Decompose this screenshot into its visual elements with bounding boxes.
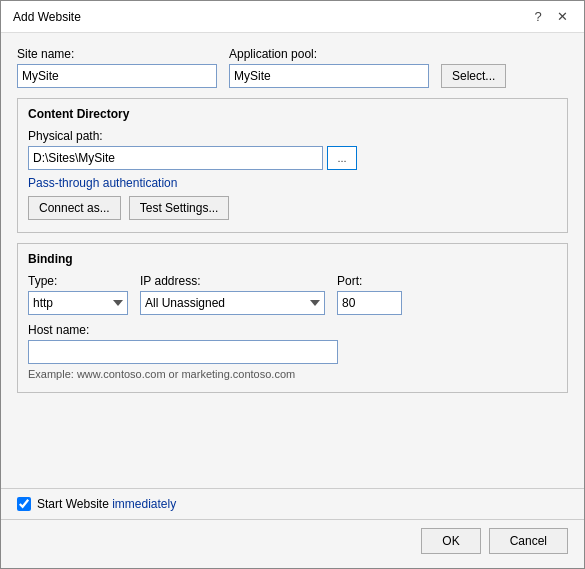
site-name-input[interactable]: [17, 64, 217, 88]
binding-group: Binding Type: http IP address: All Unass…: [17, 243, 568, 393]
physical-path-input[interactable]: [28, 146, 323, 170]
type-dropdown[interactable]: http: [28, 291, 128, 315]
port-field: Port:: [337, 274, 402, 315]
test-settings-button[interactable]: Test Settings...: [129, 196, 230, 220]
content-directory-group: Content Directory Physical path: ... Pas…: [17, 98, 568, 233]
title-bar: Add Website ? ✕: [1, 1, 584, 33]
add-website-dialog: Add Website ? ✕ Site name: Application p…: [0, 0, 585, 569]
start-website-link[interactable]: immediately: [112, 497, 176, 511]
title-bar-controls: ? ✕: [528, 7, 572, 27]
dialog-title: Add Website: [13, 10, 81, 24]
help-button[interactable]: ?: [528, 7, 548, 27]
content-directory-title: Content Directory: [28, 107, 557, 121]
hostname-group: Host name:: [28, 323, 557, 364]
select-app-pool-button[interactable]: Select...: [441, 64, 506, 88]
port-input[interactable]: [337, 291, 402, 315]
auth-buttons-row: Connect as... Test Settings...: [28, 196, 557, 220]
app-pool-input[interactable]: [229, 64, 429, 88]
ip-address-label: IP address:: [140, 274, 325, 288]
app-pool-group: Application pool:: [229, 47, 429, 88]
type-label: Type:: [28, 274, 128, 288]
physical-path-row: ...: [28, 146, 557, 170]
binding-title: Binding: [28, 252, 557, 266]
host-name-label: Host name:: [28, 323, 557, 337]
site-app-row: Site name: Application pool: Select...: [17, 47, 568, 88]
physical-path-label: Physical path:: [28, 129, 557, 143]
ok-button[interactable]: OK: [421, 528, 480, 554]
example-text: Example: www.contoso.com or marketing.co…: [28, 368, 557, 380]
start-website-row: Start Website immediately: [1, 488, 584, 519]
connect-as-button[interactable]: Connect as...: [28, 196, 121, 220]
site-name-group: Site name:: [17, 47, 217, 88]
app-pool-label: Application pool:: [229, 47, 429, 61]
passthrough-label: Pass-through authentication: [28, 176, 557, 190]
start-website-label: Start Website immediately: [37, 497, 176, 511]
dialog-footer: OK Cancel: [1, 519, 584, 568]
port-label: Port:: [337, 274, 402, 288]
start-website-checkbox[interactable]: [17, 497, 31, 511]
physical-path-group: Physical path: ...: [28, 129, 557, 170]
site-name-label: Site name:: [17, 47, 217, 61]
ip-address-dropdown[interactable]: All Unassigned: [140, 291, 325, 315]
dialog-body: Site name: Application pool: Select... C…: [1, 33, 584, 488]
binding-fields-row: Type: http IP address: All Unassigned Po…: [28, 274, 557, 315]
host-name-input[interactable]: [28, 340, 338, 364]
close-button[interactable]: ✕: [552, 7, 572, 27]
ip-address-field: IP address: All Unassigned: [140, 274, 325, 315]
cancel-button[interactable]: Cancel: [489, 528, 568, 554]
type-field: Type: http: [28, 274, 128, 315]
browse-button[interactable]: ...: [327, 146, 357, 170]
